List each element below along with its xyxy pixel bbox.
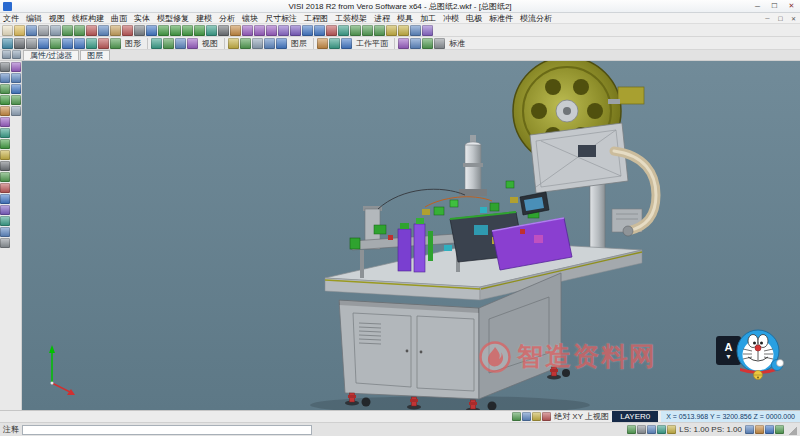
snap-midpoint-icon[interactable] <box>532 412 541 421</box>
boolean-icon[interactable] <box>0 183 10 193</box>
shell-icon[interactable] <box>290 25 301 36</box>
copy-icon[interactable] <box>98 25 109 36</box>
menu-item-7[interactable]: 模型修复 <box>154 13 192 24</box>
undo-icon[interactable] <box>62 25 73 36</box>
fillet-icon[interactable] <box>302 25 313 36</box>
info-icon[interactable] <box>765 425 774 434</box>
spline-icon[interactable] <box>206 25 217 36</box>
surface-tools-icon[interactable] <box>0 106 10 116</box>
plot-preview-icon[interactable] <box>50 25 61 36</box>
move-icon[interactable] <box>350 25 361 36</box>
3d-viewport[interactable]: 智造资料网 A ▼ <box>22 61 800 410</box>
menu-item-11[interactable]: 尺寸标注 <box>262 13 300 24</box>
zoom-in-icon[interactable] <box>62 38 73 49</box>
menu-item-10[interactable]: 镶块 <box>239 13 261 24</box>
menu-item-9[interactable]: 分析 <box>216 13 238 24</box>
pattern-icon[interactable] <box>0 216 10 226</box>
view-right-icon[interactable] <box>187 38 198 49</box>
transform-icon[interactable] <box>0 172 10 182</box>
menu-item-19[interactable]: 标准件 <box>486 13 516 24</box>
cut-icon[interactable] <box>86 25 97 36</box>
dimension-tools-icon[interactable] <box>0 150 10 160</box>
menu-item-1[interactable]: 文件 <box>0 13 22 24</box>
selection-filter-icon[interactable] <box>134 25 145 36</box>
close-button[interactable]: ✕ <box>783 0 800 12</box>
view-top-icon[interactable] <box>163 38 174 49</box>
circle-icon[interactable] <box>194 25 205 36</box>
snap-icon[interactable] <box>0 84 10 94</box>
new-file-icon[interactable] <box>2 25 13 36</box>
menu-item-2[interactable]: 编辑 <box>23 13 45 24</box>
auto-hide-icon[interactable] <box>12 50 21 59</box>
polar-toggle-icon[interactable] <box>657 425 666 434</box>
arc-icon[interactable] <box>182 25 193 36</box>
view-previous-icon[interactable] <box>11 95 21 105</box>
workplane-3point-icon[interactable] <box>341 38 352 49</box>
menu-item-20[interactable]: 模流分析 <box>517 13 555 24</box>
select-window-icon[interactable] <box>0 73 10 83</box>
rotate-icon[interactable] <box>362 25 373 36</box>
text-icon[interactable] <box>218 25 229 36</box>
redo-icon[interactable] <box>74 25 85 36</box>
panel-tab-2[interactable]: 图层 <box>80 50 110 60</box>
active-layer-badge[interactable]: LAYER0 <box>612 411 658 423</box>
layer-new-icon[interactable] <box>228 38 239 49</box>
standard-parts-icon[interactable] <box>398 38 409 49</box>
tools-library-icon[interactable] <box>422 38 433 49</box>
select-icon[interactable] <box>0 62 10 72</box>
panel-tab-1[interactable]: 属性/过滤器 <box>23 50 79 60</box>
snap-grid-icon[interactable] <box>512 412 521 421</box>
layer-filter-icon[interactable] <box>264 38 275 49</box>
layer-visibility-icon[interactable] <box>240 38 251 49</box>
ucs-toggle-icon[interactable] <box>755 425 764 434</box>
dimension-icon[interactable] <box>398 25 409 36</box>
menu-item-12[interactable]: 工程图 <box>301 13 331 24</box>
snap-endpoint-icon[interactable] <box>522 412 531 421</box>
mdi-minimize-button[interactable]: ─ <box>761 13 774 23</box>
wireframe-view-icon[interactable] <box>14 38 25 49</box>
workplane-xy-icon[interactable] <box>317 38 328 49</box>
menu-item-8[interactable]: 建模 <box>193 13 215 24</box>
command-input[interactable] <box>22 425 312 435</box>
sweep-icon[interactable] <box>278 25 289 36</box>
menu-item-16[interactable]: 加工 <box>417 13 439 24</box>
menu-item-6[interactable]: 实体 <box>131 13 153 24</box>
pan-icon[interactable] <box>50 38 61 49</box>
catalog-icon[interactable] <box>410 38 421 49</box>
menu-item-17[interactable]: 冲模 <box>440 13 462 24</box>
point-icon[interactable] <box>146 25 157 36</box>
view-front-icon[interactable] <box>175 38 186 49</box>
wireframe-tools-icon[interactable] <box>0 95 10 105</box>
solid-box-icon[interactable] <box>242 25 253 36</box>
options-icon[interactable] <box>434 38 445 49</box>
layer-current-icon[interactable] <box>276 38 287 49</box>
units-icon[interactable] <box>745 425 754 434</box>
annotate-icon[interactable] <box>0 161 10 171</box>
menu-item-5[interactable]: 曲面 <box>108 13 130 24</box>
view-rotate-icon[interactable] <box>11 62 21 72</box>
menu-item-3[interactable]: 视图 <box>46 13 68 24</box>
grid-toggle-icon[interactable] <box>637 425 646 434</box>
osnap-toggle-icon[interactable] <box>627 425 636 434</box>
menu-item-18[interactable]: 电极 <box>463 13 485 24</box>
regenerate-icon[interactable] <box>110 38 121 49</box>
extrude-icon[interactable] <box>254 25 265 36</box>
delete-icon[interactable] <box>122 25 133 36</box>
mdi-maximize-button[interactable]: ☐ <box>774 13 787 23</box>
shaded-view-icon[interactable] <box>2 38 13 49</box>
ortho-toggle-icon[interactable] <box>647 425 656 434</box>
scale-icon[interactable] <box>374 25 385 36</box>
revolve-icon[interactable] <box>266 25 277 36</box>
curve-tools-icon[interactable] <box>0 139 10 149</box>
view-iso-icon[interactable] <box>151 38 162 49</box>
view-orientation-label[interactable]: 绝对 XY 上视图 <box>554 411 609 422</box>
menu-item-13[interactable]: 工装模架 <box>332 13 370 24</box>
layer-freeze-icon[interactable] <box>252 38 263 49</box>
save-file-icon[interactable] <box>26 25 37 36</box>
maximize-button[interactable]: ☐ <box>766 0 783 12</box>
menu-item-14[interactable]: 进程 <box>371 13 393 24</box>
resize-grip[interactable] <box>787 425 797 435</box>
measure-icon[interactable] <box>386 25 397 36</box>
solid-tools-icon[interactable] <box>0 117 10 127</box>
mirror-icon[interactable] <box>338 25 349 36</box>
